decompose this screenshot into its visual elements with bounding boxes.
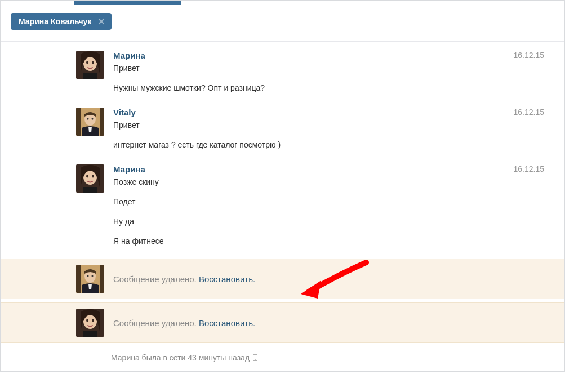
avatar-column (12, 108, 113, 155)
svg-point-21 (92, 275, 94, 277)
avatar[interactable] (76, 309, 104, 337)
status-text: Марина была в сети 43 минуты назад (111, 353, 250, 362)
deleted-label: Сообщение удалено. (113, 318, 199, 328)
svg-point-25 (92, 319, 94, 322)
message-list: МаринаПриветНужны мужские шмотки? Опт и … (1, 42, 564, 255)
avatar[interactable] (76, 51, 104, 79)
svg-point-2 (86, 61, 88, 64)
restore-link[interactable]: Восстановить. (199, 274, 255, 284)
user-filter-chip[interactable]: Марина Ковальчук (11, 13, 112, 30)
message-body: МаринаПозже скинуПодетНу даЯ на фитнесе (113, 164, 553, 252)
avatar-column (12, 51, 113, 99)
svg-rect-6 (76, 108, 81, 136)
deleted-message-row: Сообщение удалено. Восстановить. (1, 302, 564, 343)
svg-rect-18 (100, 265, 104, 293)
svg-rect-15 (83, 187, 97, 193)
svg-point-9 (87, 118, 89, 120)
message-line: Позже скину (113, 176, 553, 188)
svg-point-14 (92, 175, 94, 178)
svg-point-3 (92, 61, 94, 64)
message-line: Привет (113, 63, 553, 74)
avatar-column (12, 265, 113, 293)
mobile-icon (253, 354, 257, 361)
svg-rect-26 (83, 331, 97, 337)
message-line: Подет (113, 196, 553, 208)
message-line: Привет (113, 119, 553, 131)
avatar[interactable] (76, 108, 104, 136)
message-author[interactable]: Vitaly (113, 108, 553, 117)
svg-point-13 (86, 175, 88, 178)
close-icon[interactable] (97, 17, 106, 26)
message-line: интернет магаз ? есть где каталог посмот… (113, 139, 553, 151)
avatar[interactable] (76, 265, 104, 293)
avatar-column (12, 309, 113, 337)
deleted-body: Сообщение удалено. Восстановить. (113, 274, 255, 284)
top-tab-indicator (1, 1, 564, 5)
svg-rect-7 (100, 108, 104, 136)
message-row: МаринаПозже скинуПодетНу даЯ на фитнесе1… (1, 159, 564, 255)
avatar-column (12, 164, 113, 252)
message-text: Приветинтернет магаз ? есть где каталог … (113, 119, 553, 151)
deleted-body: Сообщение удалено. Восстановить. (113, 318, 255, 328)
message-date: 16.12.15 (514, 51, 545, 60)
svg-rect-17 (76, 265, 81, 293)
avatar[interactable] (76, 164, 104, 193)
message-row: VitalyПриветинтернет магаз ? есть где ка… (1, 102, 564, 159)
chat-container: Марина Ковальчук МаринаПриветНужны мужск… (0, 0, 565, 372)
deleted-label: Сообщение удалено. (113, 274, 199, 284)
message-date: 16.12.15 (514, 108, 545, 117)
deleted-message-row: Сообщение удалено. Восстановить. (1, 259, 564, 299)
message-line: Я на фитнесе (113, 235, 553, 247)
message-body: МаринаПриветНужны мужские шмотки? Опт и … (113, 51, 553, 99)
message-text: Позже скинуПодетНу даЯ на фитнесе (113, 176, 553, 247)
filter-chip-bar: Марина Ковальчук (1, 5, 564, 42)
svg-point-10 (92, 118, 94, 120)
restore-link[interactable]: Восстановить. (199, 318, 255, 328)
message-row: МаринаПриветНужны мужские шмотки? Опт и … (1, 45, 564, 102)
message-date: 16.12.15 (514, 164, 545, 173)
message-author[interactable]: Марина (113, 164, 553, 174)
chip-label: Марина Ковальчук (19, 17, 91, 26)
status-bar: Марина была в сети 43 минуты назад (1, 346, 564, 371)
message-line: Нужны мужские шмотки? Опт и разница? (113, 82, 553, 94)
svg-rect-4 (83, 73, 97, 79)
message-line: Ну да (113, 216, 553, 228)
svg-point-24 (86, 319, 88, 322)
message-author[interactable]: Марина (113, 51, 553, 60)
deleted-message-list: Сообщение удалено. Восстановить. Сообщен… (1, 259, 564, 343)
svg-point-20 (87, 275, 89, 277)
message-text: ПриветНужны мужские шмотки? Опт и разниц… (113, 63, 553, 94)
message-body: VitalyПриветинтернет магаз ? есть где ка… (113, 108, 553, 155)
